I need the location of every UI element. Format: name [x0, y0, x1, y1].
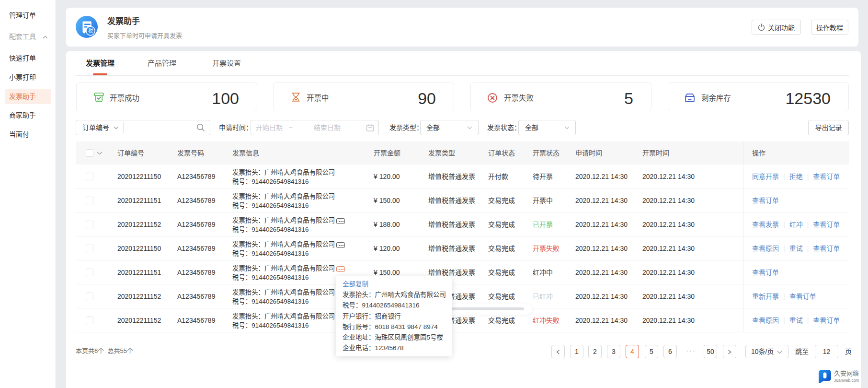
- svg-text:税: 税: [88, 28, 93, 34]
